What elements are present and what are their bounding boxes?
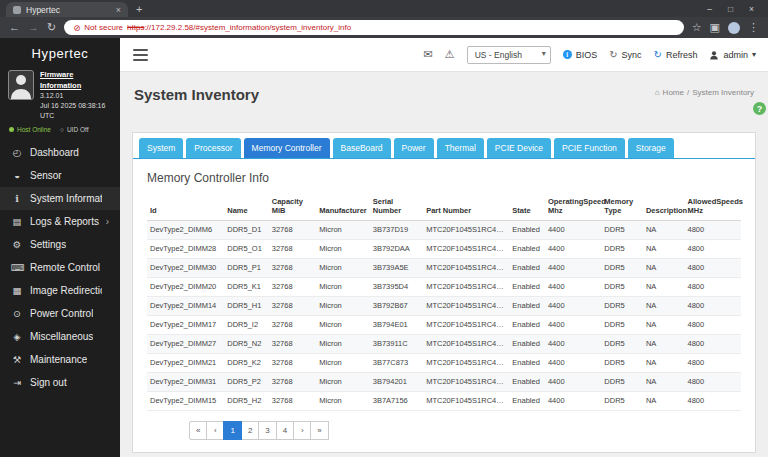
dashboard-icon: ◴ <box>11 147 23 158</box>
page-3-button[interactable]: 3 <box>258 421 276 440</box>
cell-operating-speed: 4400 <box>545 220 601 239</box>
page-prev-button[interactable]: ‹ <box>206 421 224 440</box>
cell-description: NA <box>643 353 685 372</box>
page-content: System Inventory ⌂ Home / System Invento… <box>120 72 768 457</box>
cell-capacity: 32768 <box>269 315 317 334</box>
help-icon[interactable]: ? <box>753 102 766 115</box>
tab-pcie-device[interactable]: PCIE Device <box>487 138 551 158</box>
new-tab-button[interactable]: + <box>136 2 142 17</box>
messages-envelope-icon[interactable]: ✉ <box>424 48 433 61</box>
sidebar-item-logs-reports[interactable]: ▤ Logs & Reports › <box>0 210 120 233</box>
sidebar-item-sign-out[interactable]: ⇥ Sign out <box>0 371 120 394</box>
chevron-down-icon: ▾ <box>542 49 546 58</box>
page-last-button[interactable]: » <box>310 421 328 440</box>
cell-memory-type: DDR5 <box>601 258 643 277</box>
user-menu[interactable]: admin ▾ <box>709 50 756 60</box>
cell-allowed-speeds: 4800 <box>685 220 741 239</box>
cell-allowed-speeds: 4800 <box>685 296 741 315</box>
alerts-warning-icon[interactable]: ⚠ <box>445 48 455 61</box>
hamburger-menu-icon[interactable] <box>132 46 149 64</box>
cell-description: NA <box>643 220 685 239</box>
window-close-button[interactable]: × <box>749 4 754 14</box>
browser-extension-icon[interactable]: ▣ <box>710 22 720 33</box>
address-bar[interactable]: ⊘ Not secure https://172.29.2.58/#system… <box>64 20 684 35</box>
cell-manufacturer: Micron <box>316 334 369 353</box>
chevron-right-icon: › <box>106 216 109 227</box>
top-header-bar: ✉ ⚠ US - English ▾ i BIOS ↻ Sync ↻ Refre… <box>120 38 768 72</box>
cell-serial: 3B73911C <box>370 334 423 353</box>
sidebar-item-miscellaneous[interactable]: ◈ Miscellaneous <box>0 325 120 348</box>
sidebar-item-sensor[interactable]: ◒ Sensor <box>0 164 120 187</box>
tab-thermal[interactable]: Thermal <box>437 138 484 158</box>
language-select[interactable]: US - English ▾ <box>467 46 551 64</box>
sidebar-item-dashboard[interactable]: ◴ Dashboard <box>0 141 120 164</box>
cell-serial: 3B7395D4 <box>370 277 423 296</box>
settings-gear-icon: ⚙ <box>11 239 23 250</box>
page-1-button[interactable]: 1 <box>223 421 241 440</box>
window-minimize-button[interactable]: – <box>707 4 712 14</box>
inventory-tabs: System Processor Memory Controller BaseB… <box>133 133 755 159</box>
firmware-information-link[interactable]: Firmware Information <box>40 70 112 91</box>
sync-button[interactable]: ↻ Sync <box>609 49 641 60</box>
page-2-button[interactable]: 2 <box>241 421 259 440</box>
window-controls: – □ × <box>707 4 762 17</box>
cell-part-number: MTC20F1045S1RC48BA22 <box>423 239 509 258</box>
cell-serial: 3B77C873 <box>370 353 423 372</box>
uid-led-icon: ○ <box>60 126 64 133</box>
tab-memory-controller[interactable]: Memory Controller <box>244 138 330 158</box>
back-icon[interactable]: ← <box>9 22 20 33</box>
tab-system[interactable]: System <box>139 138 183 158</box>
cell-operating-speed: 4400 <box>545 334 601 353</box>
forward-icon[interactable]: → <box>28 22 39 33</box>
uid-status-badge: ○UID Off <box>60 126 89 133</box>
brand-logo: Hypertec <box>0 38 120 68</box>
cell-capacity: 32768 <box>269 353 317 372</box>
url-text: https://172.29.2.58/#system_information/… <box>127 23 351 32</box>
cell-description: NA <box>643 258 685 277</box>
page-4-button[interactable]: 4 <box>276 421 294 440</box>
tab-power[interactable]: Power <box>394 138 434 158</box>
column-header: State <box>509 195 545 220</box>
table-row: DevType2_DIMM27 DDR5_N2 32768 Micron 3B7… <box>147 334 741 353</box>
cell-allowed-speeds: 4800 <box>685 239 741 258</box>
maintenance-wrench-icon: ⚒ <box>11 354 23 365</box>
chevron-down-icon: ▾ <box>752 50 756 59</box>
tab-close-icon[interactable]: × <box>116 5 121 15</box>
cell-allowed-speeds: 4800 <box>685 258 741 277</box>
power-icon: ⊙ <box>11 308 23 319</box>
browser-tab[interactable]: Hypertec × <box>6 2 128 17</box>
cell-state: Enabled <box>509 353 545 372</box>
breadcrumb-current: System Inventory <box>692 88 754 97</box>
cell-state: Enabled <box>509 258 545 277</box>
reload-icon[interactable]: ↻ <box>47 22 56 33</box>
sidebar-item-settings[interactable]: ⚙ Settings <box>0 233 120 256</box>
tab-storage[interactable]: Storage <box>628 138 674 158</box>
sidebar-item-remote-control[interactable]: ⌨ Remote Control <box>0 256 120 279</box>
refresh-button[interactable]: ↻ Refresh <box>654 49 698 60</box>
page-next-button[interactable]: › <box>293 421 311 440</box>
browser-profile-avatar[interactable] <box>728 22 740 34</box>
sidebar-item-image-redirection[interactable]: ▦ Image Redirection <box>0 279 120 302</box>
tab-processor[interactable]: Processor <box>186 138 240 158</box>
sidebar-item-maintenance[interactable]: ⚒ Maintenance <box>0 348 120 371</box>
cell-state: Enabled <box>509 372 545 391</box>
bios-button[interactable]: i BIOS <box>563 50 598 60</box>
cell-operating-speed: 4400 <box>545 372 601 391</box>
table-header-row: Id Name CapacityMiB Manufacturer SerialN… <box>147 195 741 220</box>
cell-manufacturer: Micron <box>316 391 369 410</box>
tab-pcie-function[interactable]: PCIE Function <box>554 138 625 158</box>
table-row: DevType2_DIMM17 DDR5_I2 32768 Micron 3B7… <box>147 315 741 334</box>
breadcrumb-home-link[interactable]: Home <box>663 88 684 97</box>
bookmark-star-icon[interactable]: ☆ <box>692 22 702 33</box>
status-indicators: Host Online ○UID Off <box>0 126 120 141</box>
browser-menu-icon[interactable]: ⋮ <box>748 22 759 33</box>
cell-id: DevType2_DIMM17 <box>147 315 224 334</box>
cell-operating-speed: 4400 <box>545 315 601 334</box>
sidebar-item-system-information[interactable]: ℹ System Information <box>0 187 120 210</box>
page-first-button[interactable]: « <box>189 421 207 440</box>
window-maximize-button[interactable]: □ <box>728 4 733 14</box>
column-header: SerialNumber <box>370 195 423 220</box>
tab-baseboard[interactable]: BaseBoard <box>333 138 391 158</box>
not-secure-icon: ⊘ <box>73 23 80 33</box>
sidebar-item-power-control[interactable]: ⊙ Power Control <box>0 302 120 325</box>
